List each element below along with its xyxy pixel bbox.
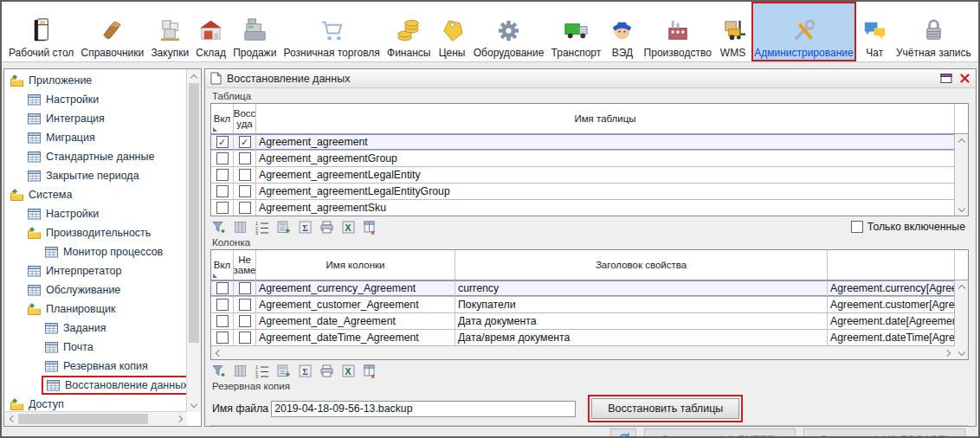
checkbox[interactable] <box>239 315 251 327</box>
row-checkbox-cell[interactable] <box>234 167 256 183</box>
maximize-button[interactable] <box>940 73 952 84</box>
table-row[interactable]: Agreement_agreementGroup <box>211 151 955 167</box>
scroll-up-button[interactable] <box>187 69 201 83</box>
scroll-down-button[interactable] <box>955 347 968 359</box>
scroll-left-button[interactable] <box>4 412 18 426</box>
cell[interactable]: Agreement_agreementLegalEntityGroup <box>256 184 955 199</box>
refresh-button[interactable] <box>610 428 636 438</box>
printer-icon[interactable] <box>319 363 334 378</box>
excel-icon[interactable]: X <box>340 363 356 378</box>
checkbox[interactable] <box>239 185 251 197</box>
sidebar-item-migration[interactable]: Миграция <box>4 128 187 147</box>
table-row[interactable]: Agreement_agreementSku <box>211 200 955 216</box>
scroll-down-button[interactable] <box>187 398 201 412</box>
filter-add-icon[interactable] <box>210 219 226 235</box>
scroll-right-button[interactable] <box>942 346 955 359</box>
column-header[interactable]: Вкл <box>211 104 234 133</box>
nav-item-wms[interactable]: WMS <box>716 2 750 61</box>
row-checkbox-cell[interactable] <box>234 151 256 166</box>
cell[interactable]: Agreement.customer[Agree <box>828 297 955 312</box>
checkbox[interactable] <box>239 282 251 294</box>
row-checkbox-cell[interactable] <box>211 280 234 296</box>
nav-item-administration[interactable]: Администрирование <box>751 2 855 61</box>
checkbox[interactable] <box>239 299 251 311</box>
table-row[interactable]: Agreement_date_AgreementДата документаAg… <box>211 313 955 330</box>
cell[interactable]: Agreement_customer_Agreement <box>256 297 455 312</box>
nav-item-desktop[interactable]: 10Рабочий стол <box>6 2 76 61</box>
row-checkbox-cell[interactable] <box>211 313 234 329</box>
nav-item-references[interactable]: Справочники <box>79 2 147 61</box>
sidebar-item-interpreter[interactable]: Интерпретатор <box>4 261 187 280</box>
sidebar-item-tasks[interactable]: Задания <box>4 319 187 338</box>
row-checkbox-cell[interactable]: ✓ <box>234 134 256 150</box>
sidebar-item-system[interactable]: Система <box>4 185 187 204</box>
nav-item-sales[interactable]: Продажи <box>230 2 279 61</box>
row-checkbox-cell[interactable] <box>234 313 256 329</box>
sidebar-item-integration[interactable]: Интеграция <box>4 109 187 128</box>
table-row[interactable]: ✓✓Agreement_agreement <box>211 134 955 151</box>
checkbox[interactable] <box>239 169 251 181</box>
sidebar-item-scheduler[interactable]: Планировщик <box>4 300 187 319</box>
checkbox[interactable]: ✓ <box>239 136 251 148</box>
row-checkbox-cell[interactable] <box>234 330 256 345</box>
cell[interactable]: Дата документа <box>455 313 828 329</box>
grid-vertical-scrollbar[interactable] <box>954 134 968 216</box>
cell[interactable]: Покупатели <box>455 297 828 312</box>
cell[interactable]: Agreement.currency[Agreem <box>828 280 955 296</box>
sidebar-item-performance[interactable]: Производительность <box>4 223 187 242</box>
cell[interactable]: currency <box>455 280 828 296</box>
sidebar-item-standard-data[interactable]: Стандартные данные <box>4 147 187 166</box>
columns-icon[interactable] <box>232 363 248 378</box>
excel-icon[interactable]: X <box>340 219 356 235</box>
cell[interactable]: Agreement_dateTime_Agreement <box>256 330 455 345</box>
sidebar-item-access[interactable]: Доступ <box>4 395 187 412</box>
cell[interactable]: Agreement_date_Agreement <box>256 313 455 329</box>
sidebar-horizontal-scrollbar[interactable] <box>4 411 187 426</box>
nav-item-warehouse[interactable]: Склад <box>193 2 229 61</box>
close-button[interactable] <box>959 73 970 84</box>
only-enabled-checkbox[interactable] <box>851 221 863 233</box>
row-checkbox-cell[interactable] <box>211 297 234 312</box>
grid-vertical-scrollbar[interactable] <box>954 280 968 359</box>
table-row[interactable]: Agreement_customer_AgreementПокупателиAg… <box>211 297 955 313</box>
row-checkbox-cell[interactable] <box>234 200 256 216</box>
row-checkbox-cell[interactable] <box>211 330 234 345</box>
row-checkbox-cell[interactable] <box>211 184 234 199</box>
nav-item-equipment[interactable]: Оборудование <box>471 2 547 61</box>
cell[interactable]: Agreement_agreementSku <box>256 200 955 216</box>
columns-icon[interactable] <box>232 219 248 235</box>
checkbox[interactable] <box>216 299 229 311</box>
column-header[interactable]: Имя таблицы <box>256 104 955 133</box>
sigma-icon[interactable]: Σ <box>297 363 313 378</box>
nav-item-account[interactable]: Учётная запись <box>893 2 974 61</box>
calculator-add-icon[interactable] <box>275 219 291 235</box>
sidebar-item-system-settings[interactable]: Настройки <box>4 204 187 223</box>
row-checkbox-cell[interactable] <box>211 167 234 183</box>
sidebar-item-period-closing[interactable]: Закрытие периода <box>4 166 187 185</box>
restore-tables-button[interactable]: Восстановить таблицы <box>591 398 739 419</box>
cancel-button[interactable]: Отменить (shift ESCAPE) <box>803 428 966 438</box>
scroll-right-button[interactable] <box>173 412 187 426</box>
cell[interactable]: Agreement.dateTime[Agre <box>828 330 955 345</box>
cell[interactable]: Дата/время документа <box>455 330 828 345</box>
row-checkbox-cell[interactable] <box>234 280 256 296</box>
column-header[interactable]: Воссуда <box>234 104 256 133</box>
column-header[interactable]: Имя колонки <box>256 250 455 280</box>
scrollbar-thumb[interactable] <box>18 414 148 424</box>
scrollbar-thumb[interactable] <box>189 83 199 343</box>
row-checkbox-cell[interactable] <box>211 200 234 216</box>
table-row[interactable]: Agreement_dateTime_AgreementДата/время д… <box>211 330 955 345</box>
row-checkbox-cell[interactable] <box>234 184 256 199</box>
cell[interactable]: Agreement_agreementLegalEntity <box>256 167 955 183</box>
sigma-icon[interactable]: Σ <box>297 219 313 235</box>
nav-item-retail[interactable]: Розничная торговля <box>281 2 383 61</box>
sidebar-item-application[interactable]: Приложение <box>4 71 187 90</box>
grid-horizontal-scrollbar[interactable] <box>211 345 955 359</box>
nav-item-prices[interactable]: Цены <box>435 2 469 61</box>
sidebar-item-process-monitor[interactable]: Монитор процессов <box>4 242 187 261</box>
checkbox[interactable] <box>216 282 229 294</box>
cell[interactable]: Agreement_agreement <box>256 134 955 150</box>
table-row[interactable]: Agreement_agreementLegalEntityGroup <box>211 184 955 200</box>
table-row[interactable]: Agreement_agreementLegalEntity <box>211 167 955 184</box>
checkbox[interactable] <box>216 169 229 181</box>
